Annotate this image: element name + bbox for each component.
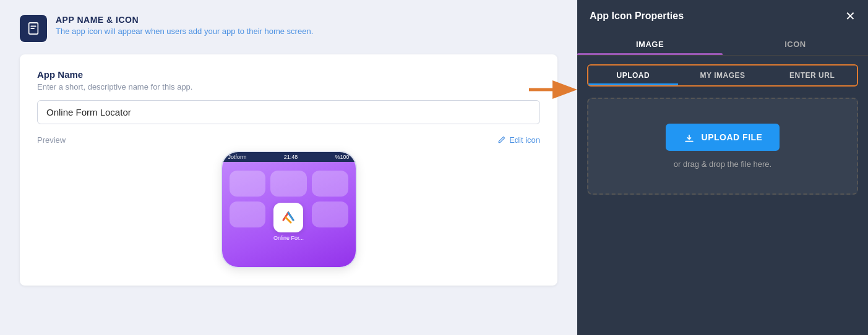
close-button[interactable]: ✕ <box>845 10 856 22</box>
app-slot-bottom <box>230 201 266 227</box>
app-slot-bottom <box>312 201 348 227</box>
phone-screen: Online For... <box>222 162 356 267</box>
app-name-label: App Name <box>37 69 540 80</box>
section-title: APP NAME & ICON <box>56 15 313 25</box>
upload-icon <box>683 131 695 143</box>
upload-file-label: UPLOAD FILE <box>702 132 763 142</box>
upload-file-button[interactable]: UPLOAD FILE <box>666 124 780 151</box>
app-grid-bottom: Online For... <box>230 201 348 241</box>
app-slot <box>230 171 266 197</box>
phone-mockup: Jotform 21:48 %100 <box>221 151 357 268</box>
app-slot <box>270 171 307 197</box>
app-name-header: APP NAME & ICON The app icon will appear… <box>20 15 557 42</box>
preview-label: Preview <box>37 135 66 145</box>
app-name-card: App Name Enter a short, descriptive name… <box>20 54 557 286</box>
app-name-sublabel: Enter a short, descriptive name for this… <box>37 82 540 91</box>
phone-time: 21:48 <box>284 154 298 160</box>
section-subtitle: The app icon will appear when users add … <box>56 27 313 36</box>
edit-icon <box>497 135 506 145</box>
edit-icon-label: Edit icon <box>509 135 540 145</box>
main-app-label: Online For... <box>273 235 304 241</box>
tab-upload[interactable]: UPLOAD <box>588 66 678 85</box>
phone-battery: %100 <box>335 154 349 160</box>
main-app: Online For... <box>270 203 307 241</box>
upload-area: UPLOAD FILE or drag & drop the file here… <box>587 98 858 195</box>
app-slot <box>312 171 348 197</box>
right-panel-title: App Icon Properties <box>590 11 684 22</box>
top-tabs: IMAGE ICON <box>577 32 868 56</box>
tab-enter-url[interactable]: ENTER URL <box>767 66 857 85</box>
svg-rect-2 <box>30 28 34 29</box>
left-panel: APP NAME & ICON The app icon will appear… <box>0 0 577 335</box>
inner-tabs: UPLOAD MY IMAGES ENTER URL <box>587 64 858 87</box>
phone-carrier: Jotform <box>228 154 247 160</box>
edit-icon-button[interactable]: Edit icon <box>497 135 540 145</box>
app-grid-top <box>230 171 348 197</box>
tab-icon[interactable]: ICON <box>723 32 868 55</box>
main-app-icon <box>273 203 303 232</box>
preview-row: Preview Edit icon <box>37 135 540 145</box>
tab-image[interactable]: IMAGE <box>577 32 723 55</box>
tab-my-images[interactable]: MY IMAGES <box>678 66 768 85</box>
right-panel: App Icon Properties ✕ IMAGE ICON UPLOAD … <box>577 0 868 335</box>
app-icon-box <box>20 15 47 42</box>
app-name-input[interactable] <box>37 100 540 124</box>
drag-drop-text: or drag & drop the file here. <box>674 159 771 169</box>
arrow-indicator <box>529 77 578 102</box>
header-text: APP NAME & ICON The app icon will appear… <box>56 15 313 36</box>
right-panel-header: App Icon Properties ✕ <box>577 0 868 32</box>
inner-tabs-wrapper: UPLOAD MY IMAGES ENTER URL <box>577 56 868 93</box>
phone-status-bar: Jotform 21:48 %100 <box>222 152 356 162</box>
svg-rect-1 <box>30 25 36 27</box>
